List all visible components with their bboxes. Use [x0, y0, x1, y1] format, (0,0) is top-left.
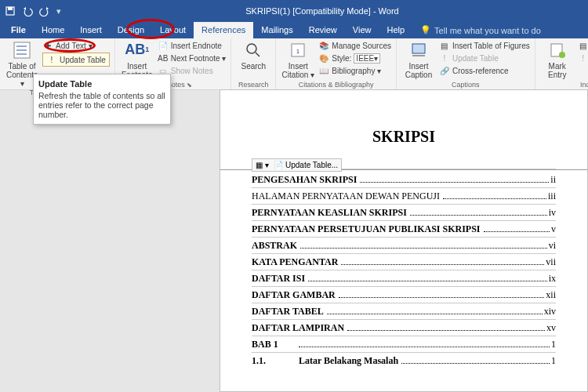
toc-row[interactable]: PERNYATAAN KEASLIAN SKRIPSIiv — [252, 204, 556, 220]
tab-references[interactable]: References — [194, 22, 253, 38]
toc-row[interactable]: DAFTAR LAMPIRANxv — [252, 319, 556, 336]
toc-field-toolbar[interactable]: ▦▾ 📄Update Table... — [252, 158, 342, 172]
tooltip-title: Update Table — [38, 79, 165, 89]
toc-label: DAFTAR ISI — [252, 273, 305, 285]
update-icon: ! — [46, 54, 57, 65]
update-index-button[interactable]: !Update Index — [578, 53, 588, 64]
toc-chapter: BAB 1 — [252, 339, 278, 350]
toc-row[interactable]: ABSTRAKvi — [252, 237, 556, 253]
toc-row[interactable]: BAB 11 — [252, 336, 556, 352]
page: SKRIPSI ▦▾ 📄Update Table... PENGESAHAN S… — [220, 90, 587, 368]
update-captions-icon: ! — [439, 53, 450, 64]
toc-row[interactable]: KATA PENGANTARvii — [252, 253, 556, 270]
tell-me-label: Tell me what you want to do — [434, 26, 541, 35]
ribbon-tabs: File Home Insert Design Layout Reference… — [0, 22, 588, 38]
next-footnote-button[interactable]: ABNext Footnote ▾ — [158, 53, 227, 64]
title-bar: ▾ SKRIPSI(1) [Compatibility Mode] - Word — [0, 0, 588, 22]
insert-endnote-button[interactable]: 📄Insert Endnote — [158, 40, 227, 51]
toc-dots — [308, 281, 547, 281]
toc-row[interactable]: PENGESAHAN SKRIPSIii — [252, 172, 556, 187]
toc-label: ABSTRAK — [252, 240, 297, 252]
style-selector[interactable]: 🎨Style: IEEE ▾ — [318, 53, 391, 64]
bibliography-icon: 📖 — [318, 65, 329, 76]
toc-row[interactable]: PERNYATAAN PERSETUJUAN PUBLIKASI SKRIPSI… — [252, 220, 556, 237]
toc-page: 1 — [551, 355, 556, 367]
toc-label: HALAMAN PERNYATAAN DEWAN PENGUJI — [252, 191, 440, 202]
cross-reference-button[interactable]: 🔗Cross-reference — [439, 65, 530, 76]
insert-index-icon: ▤ — [578, 40, 588, 51]
toc-page: xii — [546, 289, 556, 301]
toc-page: xv — [546, 322, 556, 334]
tell-me-search[interactable]: 💡 Tell me what you want to do — [412, 22, 549, 38]
toc-dropdown-button[interactable]: ▦▾ — [256, 161, 269, 169]
insert-caption-button[interactable]: Insert Caption — [401, 40, 436, 79]
toc-row[interactable]: DAFTAR TABELxiv — [252, 303, 556, 319]
svg-rect-1 — [8, 7, 13, 10]
toc-update-icon: 📄 — [274, 161, 283, 169]
toc-row[interactable]: DAFTAR GAMBARxii — [252, 286, 556, 303]
toc-page: vii — [546, 256, 556, 268]
toc-page: vi — [549, 240, 556, 252]
quick-access-toolbar: ▾ — [5, 5, 61, 16]
group-index: Mark Entry ▤Insert Index !Update Index I… — [535, 38, 588, 89]
toc-dots — [360, 182, 549, 183]
style-icon: 🎨 — [318, 53, 329, 64]
toc-update-button[interactable]: 📄Update Table... — [274, 161, 338, 169]
toc-dots — [410, 215, 547, 216]
toc-dots — [327, 314, 543, 314]
tab-design[interactable]: Design — [110, 22, 152, 38]
tab-review[interactable]: Review — [301, 22, 345, 38]
undo-icon[interactable] — [22, 5, 33, 16]
toc-label: PERNYATAAN KEASLIAN SKRIPSI — [252, 207, 407, 219]
table-figures-icon: ▤ — [439, 40, 450, 51]
group-citations: 1 Insert Citation ▾ 📚Manage Sources 🎨Sty… — [276, 38, 397, 89]
toc-dots — [484, 231, 550, 232]
toc-page: iii — [548, 191, 556, 202]
insert-index-button[interactable]: ▤Insert Index — [578, 40, 588, 51]
tab-home[interactable]: Home — [34, 22, 72, 38]
update-table-button[interactable]: !Update Table — [42, 53, 110, 67]
tab-help[interactable]: Help — [379, 22, 412, 38]
group-label-captions: Captions — [401, 80, 530, 89]
citation-icon: 1 — [286, 40, 310, 60]
group-label-citations: Citations & Bibliography — [281, 80, 391, 89]
mark-entry-button[interactable]: Mark Entry — [540, 40, 575, 79]
caption-icon — [407, 40, 430, 60]
add-text-button[interactable]: ✚Add Text ▾ — [42, 40, 110, 51]
search-button[interactable]: Search — [236, 40, 270, 71]
search-icon — [241, 40, 265, 60]
document-area[interactable]: SKRIPSI ▦▾ 📄Update Table... PENGESAHAN S… — [220, 89, 588, 392]
toc-dots — [300, 248, 547, 249]
group-label-research: Research — [236, 80, 270, 89]
tooltip-update-table: Update Table Refresh the table of conten… — [33, 74, 171, 125]
update-captions-button[interactable]: !Update Table — [439, 53, 530, 64]
tab-view[interactable]: View — [345, 22, 379, 38]
manage-sources-button[interactable]: 📚Manage Sources — [318, 40, 391, 51]
toc-subnum: 1.1. — [252, 355, 266, 367]
toc-label: DAFTAR LAMPIRAN — [252, 322, 344, 334]
group-research: Search Research — [231, 38, 276, 89]
toc-row[interactable]: DAFTAR ISIix — [252, 270, 556, 286]
tab-insert[interactable]: Insert — [72, 22, 110, 38]
toc-menu-icon: ▦ — [256, 161, 263, 169]
insert-table-figures-button[interactable]: ▤Insert Table of Figures — [439, 40, 530, 51]
toc-row[interactable]: HALAMAN PERNYATAAN DEWAN PENGUJIiii — [252, 187, 556, 204]
svg-line-7 — [256, 53, 260, 56]
group-label-index: Index — [540, 80, 588, 89]
toc-label: DAFTAR GAMBAR — [252, 289, 336, 301]
group-captions: Insert Caption ▤Insert Table of Figures … — [397, 38, 535, 89]
toc-list: PENGESAHAN SKRIPSIiiHALAMAN PERNYATAAN D… — [252, 172, 556, 368]
toc-page: 1 — [551, 339, 556, 350]
toc-page: v — [551, 223, 556, 235]
save-icon[interactable] — [5, 5, 16, 16]
redo-icon[interactable] — [39, 5, 50, 16]
toc-label: DAFTAR TABEL — [252, 306, 324, 318]
tab-file[interactable]: File — [3, 22, 34, 38]
toc-row[interactable]: 1.1.Latar Belakang Masalah1 — [252, 352, 556, 368]
insert-citation-button[interactable]: 1 Insert Citation ▾ — [281, 40, 315, 79]
bibliography-button[interactable]: 📖Bibliography ▾ — [318, 65, 391, 76]
tab-layout[interactable]: Layout — [152, 22, 194, 38]
manage-sources-icon: 📚 — [318, 40, 329, 51]
window-title: SKRIPSI(1) [Compatibility Mode] - Word — [61, 6, 583, 16]
tab-mailings[interactable]: Mailings — [253, 22, 300, 38]
